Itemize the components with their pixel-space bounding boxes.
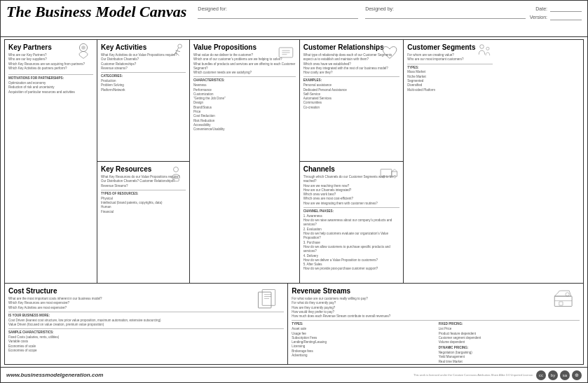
version-line [550,13,582,20]
key-activities-categories: ProductionProblem SolvingPlatform/Networ… [101,79,186,92]
svg-rect-21 [559,302,563,305]
key-activities-categories-label: CATEGORIES: [101,74,186,79]
key-partners-motivations: Optimization and economyReduction of ris… [8,81,93,95]
svg-rect-4 [173,179,179,181]
designed-for-field: Designed for: [198,6,358,19]
papers-icon [255,287,280,309]
cost-structure-driven: Cost Driven (leanest cost structure, low… [8,319,284,328]
svg-point-10 [383,176,385,178]
footer-icons: cc by sa ⊕ [536,370,582,380]
key-activities-resources-col: Key Activities What Key Activities do ou… [97,40,190,283]
cc-icon: cc [536,370,546,380]
channels-phases-label: CHANNEL PHASES: [303,209,400,214]
revenue-streams-types-label: TYPES: [292,322,432,327]
customer-segments-types-label: TYPES: [407,66,493,71]
by-icon: by [548,370,558,380]
svg-point-2 [178,44,182,48]
footer-copyright: This work is licensed under the Creative… [413,373,533,377]
cost-structure-sample-label: SAMPLE CHARACTERISTICS: [8,330,284,335]
revenue-streams-fixed-label: FIXED PRICING: [439,322,580,327]
footer: www.businessmodelgeneration.com This wor… [1,367,587,382]
cost-structure-questions: What are the most important costs inhere… [8,297,284,310]
key-resources-types: PhysicalIntellectual (brand patents, cop… [101,197,186,214]
share-icon: ⊕ [572,370,582,380]
svg-point-11 [394,176,396,178]
cash-register-icon [551,287,576,309]
version-label: Version: [530,15,547,20]
value-props-icon [276,43,296,62]
sa-icon: sa [560,370,570,380]
designed-for-label: Designed for: [198,6,358,11]
revenue-streams-cell: Revenue Streams For what value are our c… [288,284,583,364]
date-line [550,5,582,12]
running-person-icon [166,43,186,62]
page-title: The Business Model Canvas [6,4,186,20]
customer-relationships-cell: Customer Relationships What type of rela… [300,40,404,162]
key-resources-types-label: TYPES OF RESOURCES: [101,192,186,197]
customer-segments-cell: Customer Segments For whom are we creati… [404,40,496,283]
revenue-streams-fixed: List PriceProduct feature dependentCusto… [439,327,580,344]
date-label: Date: [535,6,547,11]
svg-rect-19 [554,296,572,306]
revenue-streams-types: Asset saleUsage feeSubscription FeesLend… [292,327,432,358]
footer-right: This work is licensed under the Creative… [413,370,582,380]
key-partners-cell: Key Partners Who are our Key Partners?Wh… [5,40,97,283]
cost-structure-is-more-label: IS YOUR BUSINESS MORE: [8,314,284,319]
customer-segments-icon [476,43,493,62]
revenue-streams-title: Revenue Streams [292,287,580,295]
customer-relationships-examples: Personal assistanceDedicated Personal As… [303,83,400,110]
revenue-streams-dynamic: Negotiation (bargaining)Yield Management… [439,351,580,364]
page: The Business Model Canvas Designed for: … [0,0,588,383]
designed-for-line [198,12,358,19]
header-right: Date: Version: [526,4,582,20]
truck-icon [380,165,399,181]
designed-by-field: Designed by: [365,6,526,19]
cost-structure-cell: Cost Structure What are the most importa… [5,284,288,364]
canvas-area: Key Partners Who are our Key Partners?Wh… [4,39,584,365]
key-resources-icon [166,165,186,184]
value-props-characteristics-label: CHARACTERISTICS: [193,78,296,83]
cost-structure-characteristics: Fixed Costs (salaries, rents, utilities)… [8,335,284,353]
customer-segments-types: Mass MarketNiche MarketSegmentedDiversif… [407,70,493,92]
key-activities-cell: Key Activities What Key Activities do ou… [97,40,189,162]
svg-point-1 [81,46,86,50]
channels-phases: 1. AwarenessHow do we raise awareness ab… [303,214,400,272]
footer-url: www.businessmodelgeneration.com [6,372,103,378]
revenue-streams-questions: For what value are our customers really … [292,297,580,319]
date-row: Date: [535,5,582,12]
designed-by-line [365,12,526,19]
svg-point-22 [566,293,569,296]
revenue-streams-dynamic-label: DYNAMIC PRICING: [439,346,580,351]
version-row: Version: [530,13,582,20]
cost-structure-title: Cost Structure [8,287,284,295]
bottom-section: Cost Structure What are the most importa… [5,284,583,364]
designed-by-label: Designed by: [365,6,526,11]
svg-point-13 [486,47,489,50]
header: The Business Model Canvas Designed for: … [1,1,587,37]
top-section: Key Partners Who are our Key Partners?Wh… [5,40,583,284]
svg-point-12 [480,45,484,49]
cust-rel-channels-col: Customer Relationships What type of rela… [300,40,404,283]
channels-cell: Channels Through which Channels do our C… [300,162,404,283]
value-props-characteristics: NewnessPerformanceCustomization"Getting … [193,83,296,132]
header-fields: Designed for: Designed by: [198,4,526,19]
customer-relationships-examples-label: EXAMPLES: [303,78,400,83]
key-partners-motivations-label: MOTIVATIONS FOR PARTNERSHIPS: [8,76,93,81]
key-resources-cell: Key Resources What Key Resources do our … [97,162,189,283]
handshake-icon [74,43,93,62]
svg-point-3 [174,167,179,172]
heart-icon [380,43,399,62]
svg-rect-9 [381,169,392,176]
value-propositions-cell: Value Propositions What value do we deli… [190,40,300,283]
